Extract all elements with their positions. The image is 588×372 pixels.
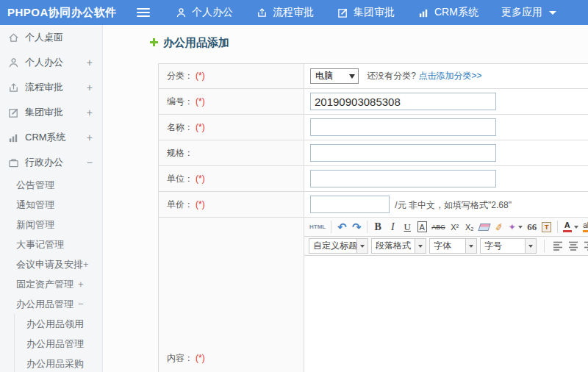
- select-caret-icon: [349, 74, 355, 79]
- font-size-dropdown[interactable]: 字号: [480, 238, 537, 254]
- sidebar-item-personal-office[interactable]: 个人办公 +: [0, 50, 102, 75]
- nav-group-approval[interactable]: 集团审批: [337, 6, 395, 19]
- sidebar-item-supplies-purchase[interactable]: 办公用品采购: [15, 354, 102, 372]
- caret-down-icon: [356, 239, 368, 253]
- expand-plus-icon[interactable]: +: [87, 132, 102, 143]
- sidebar-item-label: 固定资产管理: [16, 278, 74, 291]
- editor-content[interactable]: [304, 256, 588, 372]
- expand-plus-icon[interactable]: +: [87, 57, 102, 68]
- blockquote-button[interactable]: 66: [526, 220, 539, 235]
- price-input[interactable]: [310, 196, 390, 213]
- sidebar-item-personal-desktop[interactable]: 个人桌面: [0, 25, 102, 50]
- bar-chart-icon: [7, 132, 19, 143]
- add-category-link[interactable]: 点击添加分类>>: [418, 71, 481, 81]
- editor-toolbar-row2: 自定义标题 段落格式 字体 字号: [304, 237, 588, 256]
- sidebar-item-label: 会议申请及安排: [16, 258, 83, 271]
- caret-down-icon: [518, 226, 523, 229]
- category-select[interactable]: 电脑: [310, 68, 359, 84]
- top-navbar: PHPOA协同办公软件 个人办公 流程审批 集团审批 CRM系统 更多应用: [0, 0, 588, 25]
- align-left-icon: [553, 241, 564, 251]
- nav-label: 个人办公: [192, 6, 233, 19]
- sidebar-item-office-supplies-mgmt[interactable]: 办公用品管理 −: [0, 294, 102, 314]
- border-text-button[interactable]: A: [417, 221, 427, 232]
- sidebar-item-label: 办公用品管理: [16, 298, 74, 311]
- sidebar-item-supplies-claim[interactable]: 办公用品领用: [15, 314, 102, 334]
- align-center-icon: [568, 241, 579, 251]
- caret-down-icon: [415, 239, 426, 253]
- form-row-content: 内容：(*) HTML ↶ ↷ B I U A ABC: [159, 218, 588, 372]
- caret-down-icon: [574, 226, 578, 229]
- form-row-price: 单价：(*) /元 非中文，如填写格式"2.68": [159, 192, 588, 218]
- sidebar-item-notice-mgmt[interactable]: 通知管理: [0, 195, 102, 215]
- custom-title-dropdown[interactable]: 自定义标题: [309, 238, 368, 254]
- expand-plus-icon[interactable]: +: [87, 82, 102, 93]
- align-right-button[interactable]: [582, 239, 588, 254]
- home-icon: [7, 32, 19, 43]
- expand-plus-icon[interactable]: +: [83, 259, 89, 270]
- caret-down-icon: [549, 11, 556, 15]
- format-painter-button[interactable]: ✐: [491, 218, 506, 235]
- sidebar-item-supplies-manage[interactable]: 办公用品管理: [15, 334, 102, 354]
- background-color-button[interactable]: ab: [581, 220, 588, 235]
- content-label: 内容：(*): [159, 218, 304, 372]
- name-input[interactable]: [310, 118, 496, 136]
- font-color-button[interactable]: A: [562, 220, 580, 235]
- align-left-button[interactable]: [551, 239, 565, 254]
- nav-personal-office[interactable]: 个人办公: [175, 6, 233, 19]
- paragraph-format-dropdown[interactable]: 段落格式: [371, 238, 426, 254]
- undo-button[interactable]: ↶: [335, 220, 348, 235]
- sidebar-item-process-approval[interactable]: 流程审批 +: [0, 75, 102, 100]
- sidebar-item-events-mgmt[interactable]: 大事记管理: [0, 235, 102, 254]
- subscript-button[interactable]: X₂: [463, 220, 476, 235]
- expand-plus-icon[interactable]: +: [78, 279, 84, 290]
- sidebar-item-administrative-office[interactable]: 行政办公 −: [0, 150, 102, 175]
- html-source-button[interactable]: HTML: [308, 220, 327, 235]
- font-family-dropdown[interactable]: 字体: [429, 238, 477, 254]
- unit-input[interactable]: [310, 170, 496, 187]
- hamburger-menu-icon[interactable]: [137, 8, 150, 17]
- sidebar-item-announcement-mgmt[interactable]: 公告管理: [0, 175, 102, 195]
- form-row-code: 编号：(*): [159, 89, 588, 115]
- align-right-icon: [584, 241, 588, 251]
- nav-crm-system[interactable]: CRM系统: [417, 6, 478, 19]
- italic-button[interactable]: I: [386, 220, 399, 235]
- sidebar-item-meeting-request[interactable]: 会议申请及安排 +: [0, 254, 102, 274]
- sidebar-item-label: 流程审批: [25, 81, 63, 94]
- sidebar-item-label: 集团审批: [25, 106, 63, 119]
- redo-button[interactable]: ↷: [350, 220, 363, 235]
- eraser-button[interactable]: [478, 220, 491, 235]
- approval-edit-icon: [7, 107, 19, 118]
- user-icon: [7, 57, 19, 68]
- collapse-minus-icon[interactable]: −: [78, 298, 84, 310]
- sidebar-item-crm-system[interactable]: CRM系统 +: [0, 125, 102, 150]
- sidebar-item-label: 办公用品领用: [26, 318, 84, 331]
- nav-more-apps[interactable]: 更多应用: [501, 6, 556, 19]
- sidebar-item-label: 公告管理: [16, 179, 54, 192]
- code-input[interactable]: [310, 93, 496, 110]
- form-row-unit: 单位：(*): [159, 166, 588, 192]
- align-center-button[interactable]: [567, 239, 581, 254]
- underline-button[interactable]: U: [401, 220, 414, 235]
- sidebar-item-fixed-assets-mgmt[interactable]: 固定资产管理 +: [0, 274, 102, 294]
- rich-text-editor: HTML ↶ ↷ B I U A ABC X² X₂ ✐: [304, 218, 588, 372]
- auto-typeset-button[interactable]: ✦: [507, 220, 524, 235]
- add-icon: [149, 37, 159, 50]
- collapse-minus-icon[interactable]: −: [87, 157, 102, 168]
- strikethrough-button[interactable]: ABC: [430, 220, 447, 235]
- sidebar-item-group-approval[interactable]: 集团审批 +: [0, 100, 102, 125]
- main-content: 办公用品添加 分类：(*) 电脑 还没有分类? 点击添加分类>> 编号：(*): [104, 25, 588, 372]
- form-row-spec: 规格：: [159, 140, 588, 166]
- sidebar-item-label: 办公用品采购: [26, 357, 84, 371]
- editor-toolbar-row1: HTML ↶ ↷ B I U A ABC X² X₂ ✐: [304, 218, 588, 237]
- expand-plus-icon[interactable]: +: [87, 107, 102, 118]
- font-color-icon: A: [563, 221, 572, 232]
- sidebar-item-news-mgmt[interactable]: 新闻管理: [0, 215, 102, 235]
- spec-input[interactable]: [310, 144, 496, 162]
- bold-button[interactable]: B: [371, 220, 384, 235]
- briefcase-icon: [7, 157, 19, 168]
- sidebar-item-label: CRM系统: [25, 131, 66, 144]
- office-supplies-submenu: 办公用品领用 办公用品管理 办公用品采购: [14, 314, 102, 372]
- superscript-button[interactable]: X²: [448, 220, 462, 235]
- nav-process-approval[interactable]: 流程审批: [256, 6, 314, 19]
- paste-word-button[interactable]: T: [540, 220, 553, 235]
